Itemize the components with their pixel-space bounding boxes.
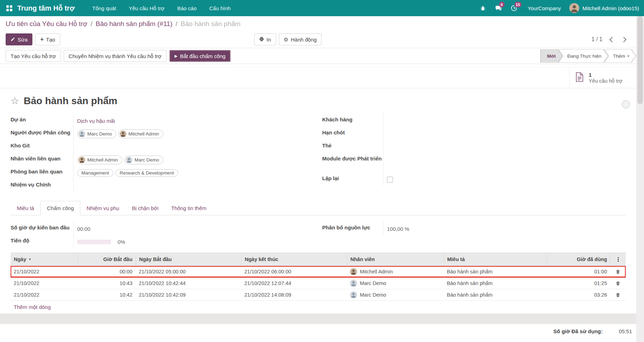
stage-in-progress[interactable]: Đang Thực hiện: [558, 49, 608, 63]
tab-subtasks[interactable]: Nhiệm vụ phụ: [80, 201, 126, 215]
table-row[interactable]: 21/10/2022 00:00 21/10/2022 05:00:00 21/…: [11, 266, 626, 278]
header-start-datetime[interactable]: Ngày Bắt đầu: [136, 253, 241, 266]
header-employee[interactable]: Nhân viên: [347, 253, 444, 266]
table-row[interactable]: 21/10/2022 10:42 21/10/2022 10:42:09 21/…: [11, 289, 626, 301]
field-label-allocation: Phân bổ nguồn lực: [322, 222, 383, 230]
gear-icon: ⚙: [284, 37, 288, 42]
tab-extra-info[interactable]: Thông tin thêm: [165, 201, 213, 215]
field-label-developed-module: Module được Phát triển: [322, 153, 383, 162]
pager-previous-icon[interactable]: [609, 37, 615, 42]
breadcrumb-current: Bảo hành sản phẩm: [181, 20, 240, 28]
apps-menu-icon[interactable]: [6, 5, 12, 11]
pager-next-icon[interactable]: [621, 37, 627, 42]
field-label-assignees: Người được Phân công: [11, 127, 73, 135]
assignee-tag[interactable]: Marc Demo: [77, 129, 116, 138]
debug-bug-icon[interactable]: [476, 0, 490, 16]
create-button[interactable]: + Tạo: [35, 33, 60, 45]
nav-item-overview[interactable]: Tổng quát: [87, 1, 121, 16]
progress-percent: 0%: [118, 239, 125, 245]
nav-item-tickets[interactable]: Yêu cầu Hỗ trợ: [124, 1, 170, 16]
app-brand[interactable]: Trung tâm Hỗ trợ: [17, 4, 75, 12]
trash-icon[interactable]: [615, 281, 620, 286]
company-switcher[interactable]: YourCompany: [523, 5, 568, 11]
assignee-tag[interactable]: Mitchell Admin: [118, 129, 163, 138]
favorite-star-icon[interactable]: ☆: [11, 96, 19, 106]
field-label-initial-hours: Số giờ dự kiến ban đầu: [11, 222, 73, 230]
tickets-smart-button[interactable]: 1 Yêu cầu hỗ trợ: [569, 67, 636, 88]
form-sheet: 1 Yêu cầu hỗ trợ ☆ Bảo hành sản phẩm Dự …: [0, 67, 636, 314]
pager-value: 1 / 1: [592, 36, 602, 43]
action-button[interactable]: ⚙ Hành động: [279, 33, 322, 45]
print-button[interactable]: In: [254, 33, 276, 45]
git-repo-value: [73, 140, 318, 153]
start-timer-button[interactable]: ▶ Bắt đầu chấm công: [169, 50, 231, 62]
trash-icon[interactable]: [615, 292, 620, 298]
create-ticket-button[interactable]: Tạo Yêu cầu hỗ trợ: [6, 50, 61, 62]
user-avatar: [569, 3, 579, 13]
avatar: [79, 157, 85, 163]
statusbar: Tạo Yêu cầu hỗ trợ Chuyển Nhiệm vụ thành…: [0, 48, 636, 64]
record-title: Bảo hành sản phẩm: [24, 95, 117, 107]
pencil-icon: [11, 37, 15, 43]
top-navbar: Trung tâm Hỗ trợ Tổng quát Yêu cầu Hỗ tr…: [0, 0, 644, 16]
recurrent-checkbox[interactable]: [387, 177, 393, 183]
tags-value: [383, 140, 626, 153]
notebook-tabs: Miêu tả Chấm công Nhiệm vụ phụ Bị chặn b…: [11, 201, 626, 215]
field-label-project: Dự án: [11, 114, 73, 122]
column-options-icon[interactable]: ⋮: [615, 256, 621, 263]
edit-button-label: Sửa: [18, 37, 27, 43]
scrollbar-thumb[interactable]: [637, 16, 643, 104]
timesheet-total-footer: Số giờ Đã sử dụng: 05:51: [0, 324, 636, 338]
timesheet-table: Ngày▼ Giờ Bắt đầu Ngày Bắt đầu Ngày kết …: [11, 253, 626, 314]
header-end-datetime[interactable]: Ngày kết thúc: [241, 253, 347, 266]
employee-tag[interactable]: Marc Demo: [124, 156, 163, 164]
user-menu[interactable]: Mitchell Admin (odoo15): [569, 3, 640, 13]
project-link[interactable]: Dịch vụ hậu mãi: [77, 118, 115, 124]
stage-pipeline: Mới Đang Thực hiện Thêm▾: [540, 49, 636, 63]
nav-item-config[interactable]: Cấu hình: [204, 1, 236, 16]
breadcrumb-separator: /: [90, 20, 92, 28]
field-label-customer: Khách hàng: [322, 114, 383, 122]
messages-icon[interactable]: 4: [492, 0, 505, 16]
trash-icon[interactable]: [615, 269, 620, 274]
nav-item-reports[interactable]: Báo cáo: [172, 1, 201, 16]
tab-blocked-by[interactable]: Bị chặn bởi: [125, 201, 165, 215]
activities-clock-icon[interactable]: 15: [507, 0, 521, 16]
plus-icon: +: [40, 37, 43, 42]
stage-new[interactable]: Mới: [540, 49, 563, 63]
kanban-state-circle[interactable]: [622, 100, 630, 108]
table-row[interactable]: 21/10/2022 10:43 21/10/2022 10:42:44 21/…: [11, 278, 626, 289]
print-button-label: In: [267, 37, 271, 43]
parent-task-value: [73, 179, 318, 192]
stage-more[interactable]: Thêm▾: [604, 49, 636, 63]
add-line-link[interactable]: Thêm một dòng: [11, 301, 626, 314]
breadcrumb-link-2[interactable]: Bảo hành sản phẩm (#11): [95, 20, 172, 28]
avatar: [79, 131, 85, 137]
button-box: 1 Yêu cầu hỗ trợ: [0, 67, 636, 88]
header-start-hour[interactable]: Giờ Bắt đầu: [77, 253, 136, 266]
field-label-recurrent: Lặp lại: [322, 172, 383, 181]
developed-module-value: [383, 153, 626, 172]
avatar: [350, 291, 357, 298]
nav-menu: Tổng quát Yêu cầu Hỗ trợ Báo cáo Cấu hìn…: [87, 1, 236, 16]
header-description[interactable]: Miêu tả: [444, 253, 547, 266]
convert-task-button[interactable]: Chuyển Nhiệm vụ thành Yêu cầu hỗ trợ: [64, 50, 167, 62]
caret-down-icon: ▾: [627, 54, 629, 58]
control-panel: Sửa + Tạo In ⚙ Hành động 1 / 1: [0, 32, 636, 47]
start-timer-label: Bắt đầu chấm công: [180, 53, 225, 59]
header-date[interactable]: Ngày▼: [11, 253, 77, 266]
employee-tag[interactable]: Mitchell Admin: [77, 156, 122, 164]
edit-button[interactable]: Sửa: [6, 33, 32, 45]
scrollbar-track[interactable]: [636, 16, 644, 342]
breadcrumb-link-1[interactable]: Ưu tiên của Yêu cầu Hỗ trợ: [6, 20, 87, 28]
field-label-related-departments: Phòng ban liên quan: [11, 166, 73, 175]
progress-bar: [77, 240, 111, 244]
tab-timesheets[interactable]: Chấm công: [40, 201, 80, 215]
field-label-deadline: Hạn chót: [322, 127, 383, 135]
field-label-parent-task: Nhiệm vụ Chính: [11, 179, 73, 188]
table-header-row: Ngày▼ Giờ Bắt đầu Ngày Bắt đầu Ngày kết …: [11, 253, 626, 266]
timesheet-pane: Số giờ dự kiến ban đầu 00:00 Tiến độ 0% …: [0, 215, 636, 248]
header-duration[interactable]: Giờ đã dùng: [547, 253, 610, 266]
field-label-tags: Thẻ: [322, 140, 383, 148]
tab-description[interactable]: Miêu tả: [11, 201, 40, 215]
